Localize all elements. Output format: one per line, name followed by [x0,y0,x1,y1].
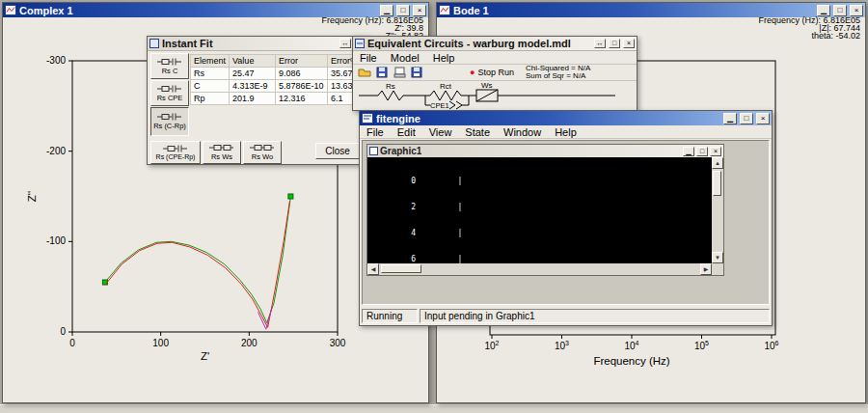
circuit-button-rs-cpe[interactable]: Rs CPE [150,80,189,106]
equivalent-toolbar: ● Stop Run Chi-Squared = N/A Sum of Sqr … [353,65,637,81]
menu-help[interactable]: Help [548,126,583,138]
complex1-close-button[interactable]: × [413,5,426,16]
instant-fit-undock-button[interactable]: ↔ [339,39,351,48]
circuit-glyph-icon [157,85,182,93]
svg-text:Z'': Z'' [26,191,38,202]
circuit-button-rs-cpe-rp[interactable]: Rs (CPE-Rp) [150,141,201,164]
console-vscrollbar[interactable]: ▲ ▼ [712,157,723,263]
circuit-button-rs-ws[interactable]: Rs Ws [203,141,241,164]
fitengine-menubar: File Edit View State Window Help [360,125,772,139]
circuit-model-label: Rs Ws [211,152,232,161]
svg-text:103: 103 [555,340,569,351]
scroll-left-button[interactable]: ◀ [367,263,379,275]
equivalent-undock-button[interactable]: ↔ [594,39,606,48]
complex1-minimize-button[interactable]: ▁ [380,5,393,16]
equivalent-maximize-button[interactable]: □ [609,39,620,48]
bode1-maximize-button[interactable]: □ [833,5,847,16]
save-model-button[interactable] [373,66,391,80]
app-status-strip [0,404,868,413]
menu-edit[interactable]: Edit [391,126,422,138]
scroll-down-button[interactable]: ▼ [712,252,723,263]
cell-value: 201.9 [230,93,276,105]
bode1-cursor-readout: Frequency (Hz): 6.816E05 |Z|: 67.744 the… [758,16,860,40]
circuit-model-label: Rs (CPE-Rp) [156,153,196,160]
equivalent-titlebar[interactable]: Equivalent Circuits - warburg model.mdl … [353,37,637,51]
vscroll-track[interactable] [712,169,723,252]
menu-state[interactable]: State [458,126,497,138]
circuit-button-rs-c[interactable]: Rs C [150,53,189,79]
menu-file[interactable]: File [360,126,391,138]
close-button[interactable]: Close [315,143,360,159]
bode1-close-button[interactable]: × [850,5,863,16]
circuit-button-rs-wo[interactable]: Rs Wo [243,141,282,164]
cell-error: 12.316 [276,93,328,105]
circuit-button-rs-c-rp[interactable]: Rs (C-Rp) [150,107,189,136]
svg-text:0: 0 [69,338,75,348]
vscroll-thumb[interactable] [713,171,721,196]
bode1-minimize-button[interactable]: ▁ [817,5,830,16]
fitengine-window: fitengine ▁ □ × File Edit View State Win… [359,110,773,326]
rct-label: Rct [440,82,452,91]
cpe-symbol [449,101,455,109]
table-row: C 4.313E-9 5.8786E-10 13.631 [191,80,362,93]
svg-text:-200: -200 [46,146,66,156]
hscroll-thumb[interactable] [381,264,421,273]
instant-fit-dialog: Instant Fit ↔ × Rs C Rs CPE Rs (C-Rp) Rs… [147,36,368,165]
ws-label: Ws [481,81,493,90]
fitengine-minimize-button[interactable]: ▁ [723,113,737,124]
svg-text:Frequency (Hz): Frequency (Hz) [593,355,669,367]
svg-text:Z': Z' [201,350,209,362]
svg-text:-100: -100 [46,235,66,246]
complex1-maximize-button[interactable]: □ [396,5,410,16]
sum-of-squares-value: Sum of Sqr = N/A [526,72,590,80]
fitengine-maximize-button[interactable]: □ [740,113,753,124]
status-running: Running [362,309,418,323]
circuit-diagram[interactable]: Rs Rct Ws CPE1 [353,81,637,110]
graphic1-title: Graphic1 [380,146,421,156]
rs-resistor-symbol [378,91,403,100]
readout-theta: theta: -54.02 [758,32,860,40]
complex1-window-icon [5,5,16,15]
cell-value: 4.313E-9 [230,80,276,93]
bode1-window-icon [439,5,450,15]
report-button[interactable] [391,66,408,80]
menu-help[interactable]: Help [426,52,462,64]
instant-fit-body: Rs C Rs CPE Rs (C-Rp) Rs (CPE-Rp) Rs Ws … [148,51,367,164]
open-model-button[interactable] [356,66,373,80]
scroll-up-button[interactable]: ▲ [712,157,723,169]
menu-model[interactable]: Model [384,52,426,64]
menu-view[interactable]: View [422,126,459,138]
instant-fit-titlebar[interactable]: Instant Fit ↔ × [148,37,367,51]
circuit-model-label: Rs CPE [157,94,183,102]
col-header-element: Element [191,55,230,68]
fitengine-close-button[interactable]: × [756,113,770,124]
stop-run-button[interactable]: ● Stop Run [470,68,514,77]
cpe-symbol [456,101,462,109]
graphic1-titlebar[interactable]: Graphic1 ▁ □ × [367,145,723,157]
svg-text:100: 100 [152,338,169,348]
scroll-right-button[interactable]: ▶ [700,263,712,275]
console-hscrollbar[interactable]: ◀ ▶ [367,263,712,275]
graphic1-window: Graphic1 ▁ □ × 0 | 2 | 4 | 6 | [366,144,724,276]
fitengine-titlebar[interactable]: fitengine ▁ □ × [360,111,772,125]
console-line: 6 | [369,255,712,263]
instant-fit-icon [149,39,159,48]
menu-window[interactable]: Window [497,126,548,138]
equivalent-menubar: File Model Help [353,51,637,65]
graphic1-maximize-button[interactable]: □ [696,147,708,156]
fit-output-console[interactable]: 0 | 2 | 4 | 6 | - PARAMETER ESTIMATES 8.… [367,157,712,263]
circuit-glyph-icon [157,58,182,66]
report-icon [393,67,406,78]
rs-label: Rs [386,82,395,91]
menu-file[interactable]: File [353,52,384,64]
cell-element: C [191,80,230,93]
save-results-button[interactable] [408,66,425,80]
fit-results-table: Element Value Error Error% Rs 25.47 9.08… [190,54,362,105]
equivalent-close-button[interactable]: × [623,39,635,48]
graphic1-close-button[interactable]: × [710,147,721,156]
table-row: Rs 25.47 9.086 35.673 [191,68,362,80]
open-folder-icon [358,67,371,78]
fitengine-statusbar: Running Input pending in Graphic1 [362,307,770,323]
hscroll-track[interactable] [379,263,700,275]
graphic1-minimize-button[interactable]: ▁ [683,147,694,156]
